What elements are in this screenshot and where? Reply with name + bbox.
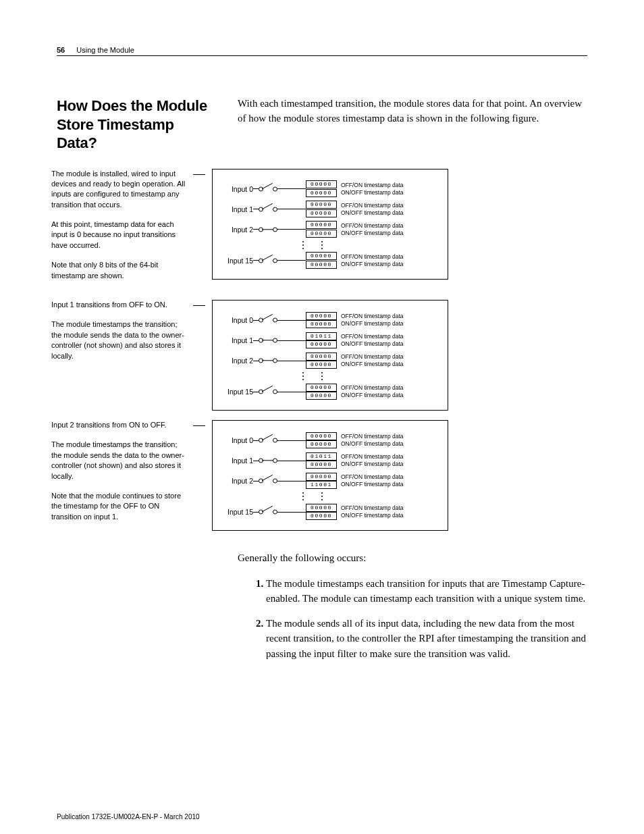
off-on-label: OFF/ON timestamp data [341,253,404,261]
input-row: Input 150000000000OFF/ON timestamp dataO… [221,382,438,402]
off-on-label: OFF/ON timestamp data [341,473,404,481]
input-label: Input 1 [221,336,253,344]
input-label: Input 1 [221,205,253,213]
timestamp-registers: 0000000000 [306,312,337,329]
figure-caption-line: The module timestamps the transition; th… [51,319,186,361]
register-off-on: 00000 [306,353,337,361]
figure-caption: Input 2 transitions from ON to OFF.The m… [51,420,186,531]
input-label: Input 2 [221,477,253,485]
timestamp-label-pair: OFF/ON timestamp dataON/OFF timestamp da… [341,433,404,448]
timestamp-registers: 0000000000 [306,252,337,269]
input-label: Input 2 [221,357,253,365]
input-label: Input 15 [221,388,253,396]
switch-icon [259,508,277,516]
figure-panel: The module is installed, wired to input … [193,169,587,291]
input-row: Input 10101100000OFF/ON timestamp dataON… [221,330,438,350]
input-label: Input 0 [221,185,253,193]
on-off-label: ON/OFF timestamp data [341,209,404,217]
register-on-off: 11001 [306,481,337,489]
page-number: 56 [57,46,65,54]
input-label: Input 0 [221,436,253,444]
register-on-off: 00000 [306,261,337,269]
register-on-off: 00000 [306,230,337,238]
section-title: How Does the Module Store Timestamp Data… [57,97,217,153]
off-on-label: OFF/ON timestamp data [341,333,404,340]
step-1: The module timestamps each transition fo… [266,576,587,606]
switch-icon [259,436,277,444]
register-on-off: 00000 [306,320,337,328]
figure-panel: Input 2 transitions from ON to OFF.The m… [193,420,587,531]
timestamp-label-pair: OFF/ON timestamp dataON/OFF timestamp da… [341,333,404,348]
module-box: Input 00000000000OFF/ON timestamp dataON… [212,169,448,280]
timestamp-label-pair: OFF/ON timestamp dataON/OFF timestamp da… [341,202,404,217]
step-2: The module sends all of its input data, … [266,616,587,662]
on-off-label: ON/OFF timestamp data [341,361,404,368]
register-off-on: 01011 [306,332,337,340]
off-on-label: OFF/ON timestamp data [341,453,404,461]
timestamp-label-pair: OFF/ON timestamp dataON/OFF timestamp da… [341,313,404,328]
leader-line [193,425,205,426]
switch-icon [259,257,277,265]
timestamp-registers: 0000000000 [306,221,337,238]
input-label: Input 1 [221,457,253,465]
switch-icon [259,336,277,344]
timestamp-registers: 0000011001 [306,473,337,490]
timestamp-registers: 0000000000 [306,384,337,400]
input-row: Input 00000000000OFF/ON timestamp dataON… [221,430,438,450]
off-on-label: OFF/ON timestamp data [341,313,404,320]
register-on-off: 00000 [306,361,337,369]
timestamp-registers: 0000000000 [306,201,337,217]
switch-icon [259,226,277,234]
input-row: Input 20000011001OFF/ON timestamp dataON… [221,471,438,491]
off-on-label: OFF/ON timestamp data [341,202,404,209]
figure-caption-line: At this point, timestamp data for each i… [51,219,186,251]
off-on-label: OFF/ON timestamp data [341,182,404,189]
switch-icon [259,388,277,396]
figure-caption-line: Input 2 transitions from ON to OFF. [51,420,186,430]
register-on-off: 00000 [306,461,337,469]
switch-icon [259,205,277,213]
timestamp-registers: 0000000000 [306,432,337,449]
figure-caption: The module is installed, wired to input … [51,169,186,291]
timestamp-registers: 0101100000 [306,452,337,469]
switch-icon [259,185,277,193]
register-on-off: 00000 [306,512,337,520]
figure-panel: Input 1 transitions from OFF to ON.The m… [193,300,587,411]
input-row: Input 00000000000OFF/ON timestamp dataON… [221,310,438,330]
figure-caption-line: The module is installed, wired to input … [51,169,186,211]
timestamp-registers: 0000000000 [306,353,337,369]
timestamp-label-pair: OFF/ON timestamp dataON/OFF timestamp da… [341,384,404,399]
input-row: Input 00000000000OFF/ON timestamp dataON… [221,179,438,199]
figure-caption: Input 1 transitions from OFF to ON.The m… [51,300,186,371]
input-row: Input 20000000000OFF/ON timestamp dataON… [221,350,438,371]
on-off-label: ON/OFF timestamp data [341,189,404,197]
input-label: Input 15 [221,508,253,516]
register-off-on: 00000 [306,504,337,512]
module-box: Input 00000000000OFF/ON timestamp dataON… [212,420,448,531]
register-off-on: 00000 [306,473,337,481]
register-off-on: 00000 [306,432,337,440]
on-off-label: ON/OFF timestamp data [341,230,404,237]
register-on-off: 00000 [306,209,337,217]
input-label: Input 0 [221,316,253,324]
input-label: Input 2 [221,226,253,234]
on-off-label: ON/OFF timestamp data [341,320,404,328]
off-on-label: OFF/ON timestamp data [341,504,404,512]
running-header: 56 Using the Module [57,46,587,56]
timestamp-registers: 0101100000 [306,332,337,349]
figure-caption-line: Note that only 8 bits of the 64-bit time… [51,260,186,281]
input-row: Input 150000000000OFF/ON timestamp dataO… [221,502,438,522]
on-off-label: ON/OFF timestamp data [341,261,404,268]
timestamp-label-pair: OFF/ON timestamp dataON/OFF timestamp da… [341,504,404,519]
register-off-on: 00000 [306,384,337,392]
register-on-off: 00000 [306,340,337,348]
on-off-label: ON/OFF timestamp data [341,461,404,468]
register-off-on: 00000 [306,252,337,260]
input-row: Input 150000000000OFF/ON timestamp dataO… [221,251,438,271]
on-off-label: ON/OFF timestamp data [341,512,404,519]
steps-list: The module timestamps each transition fo… [238,576,587,662]
timestamp-label-pair: OFF/ON timestamp dataON/OFF timestamp da… [341,353,404,368]
off-on-label: OFF/ON timestamp data [341,222,404,230]
switch-icon [259,316,277,324]
register-on-off: 00000 [306,189,337,197]
